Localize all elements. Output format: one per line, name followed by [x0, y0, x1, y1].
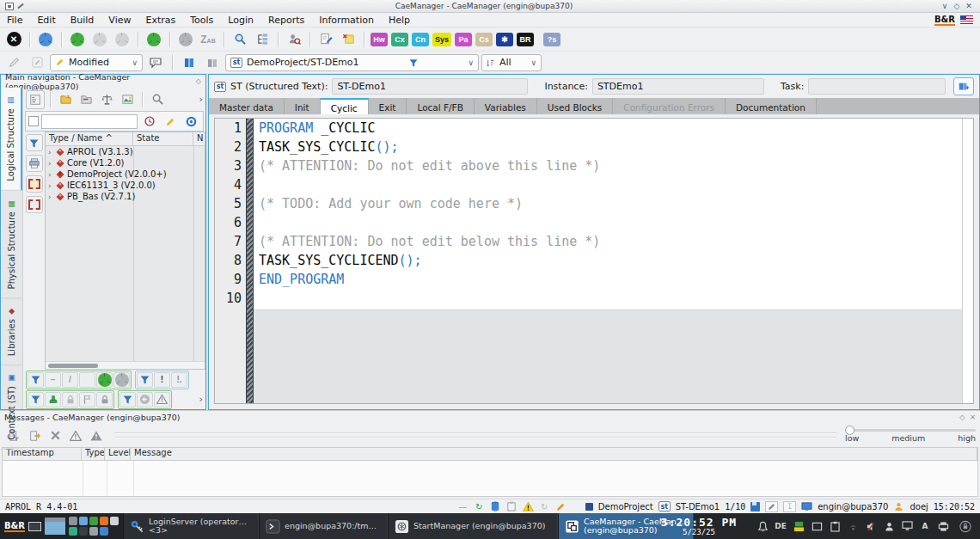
taskbar-clock[interactable]: 3:20:52 PM 5/23/25 [648, 513, 750, 539]
dock-float-button[interactable]: ◇ [959, 413, 965, 421]
folder-close-icon[interactable] [77, 90, 95, 109]
filter-overflow-button[interactable]: › [199, 394, 203, 405]
tab-variables[interactable]: Variables [475, 98, 537, 114]
tab-documentation[interactable]: Documentation [726, 98, 817, 114]
dock-close-button[interactable]: ✕ [970, 413, 976, 421]
bell-tray-icon[interactable] [756, 520, 769, 532]
launcher-icon[interactable] [79, 517, 88, 525]
rail-filter-icon[interactable] [26, 134, 43, 151]
user-tray-icon[interactable] [883, 520, 895, 532]
printer-tray-icon[interactable] [937, 520, 949, 532]
virtual-desktop-pager[interactable] [28, 522, 41, 531]
window-tray-icon[interactable] [811, 520, 823, 532]
user-search-icon[interactable] [284, 29, 304, 50]
tree-column-state[interactable]: State [133, 132, 193, 145]
history-icon[interactable] [140, 112, 159, 131]
book-gray-icon[interactable] [202, 52, 223, 73]
editor-vertical-scrollbar[interactable] [962, 119, 973, 403]
sidebar-tab-logical-structure[interactable]: Logical Structure▤ [1, 88, 22, 191]
pencil-disabled2-icon[interactable] [27, 52, 47, 73]
module-badge-pa[interactable]: Pa [455, 33, 472, 46]
instance-field[interactable] [592, 78, 764, 95]
launcher-icon[interactable] [69, 527, 77, 536]
nav-tree-icon[interactable] [26, 90, 45, 109]
tree-item-iec61131-3-v2-0-0[interactable]: ›IEC61131_3 (V2.0.0) [46, 180, 205, 191]
expander-icon[interactable]: › [48, 148, 56, 156]
module-badge-cs[interactable]: Cs [475, 33, 493, 46]
search2-icon[interactable] [148, 90, 167, 109]
module-badge-cn[interactable]: Cn [412, 33, 429, 46]
menu-help[interactable]: Help [389, 15, 410, 26]
lock-icon[interactable] [959, 520, 971, 532]
back-filter-icon[interactable] [137, 392, 153, 407]
pencil-disabled-icon[interactable] [3, 52, 24, 73]
brush-button[interactable] [765, 501, 778, 512]
lock2-filter-icon[interactable] [96, 392, 113, 407]
tree-column-type-name[interactable]: Type / Name ^ [46, 132, 133, 145]
launcher-icon[interactable] [69, 517, 77, 525]
tree-item-core-v1-2-0[interactable]: ›Core (V1.2.0) [46, 157, 205, 168]
sidebar-tab-context-st[interactable]: Context (ST)▣ [1, 365, 22, 450]
clipboard-tray-icon[interactable] [829, 520, 841, 532]
funnel-filter-icon[interactable] [119, 392, 136, 407]
minimize-button[interactable]: ∨ [939, 2, 951, 10]
stamp-filter-icon[interactable] [45, 392, 61, 407]
document-name-field[interactable] [332, 78, 528, 95]
pie-gray-icon[interactable] [175, 29, 196, 50]
module-badge-item[interactable]: ✱ [496, 33, 513, 46]
sidebar-tab-libraries[interactable]: Libraries◆ [1, 298, 22, 365]
code-editor[interactable]: 12345678910 PROGRAM _CYCLICTASK_SYS_CYCL… [214, 118, 974, 404]
pie-blue-icon[interactable] [35, 29, 56, 50]
taskbar-button-loginserver-operator-bupa370[interactable]: LoginServer (operator@bupa370)<3> [123, 513, 259, 539]
funnel-filter-icon[interactable] [28, 392, 44, 407]
close-button[interactable]: ✕ [963, 2, 975, 10]
pie-gray-filter-icon[interactable] [113, 372, 130, 388]
restore-button[interactable]: ◇ [951, 2, 963, 10]
balance-icon[interactable] [97, 90, 116, 109]
cursor-mode-button[interactable]: ⌶ [783, 501, 796, 512]
module-badge-br[interactable]: BR [517, 33, 534, 46]
menu-edit[interactable]: Edit [37, 15, 55, 26]
clipboard-icon[interactable] [506, 501, 518, 512]
message-column-type[interactable]: Type [82, 448, 105, 460]
tree-item-pb-bas-v2-7-1[interactable]: ›PB_Bas (V2.7.1) [46, 191, 205, 202]
menu-information[interactable]: Information [319, 15, 374, 26]
launcher-icon[interactable] [89, 517, 98, 525]
tree-column-n[interactable]: N [193, 132, 205, 145]
documentation-book-button[interactable] [953, 77, 974, 95]
module-badge-hw[interactable]: Hw [371, 33, 388, 46]
tree-item-aprol-v3-1-3[interactable]: ›APROL (V3.1.3) [46, 146, 205, 157]
taskbar-button-engin-bupa370-tmp-konsole[interactable]: engin@bupa370:/tmp — Konsole [259, 513, 388, 539]
trash-icon[interactable] [490, 501, 501, 512]
launcher-icon[interactable] [110, 517, 119, 525]
book-blue-icon[interactable] [179, 52, 199, 73]
menu-login[interactable]: Login [228, 15, 254, 26]
pie-green-icon[interactable] [67, 29, 88, 50]
toolbar-overflow-button[interactable]: › [199, 94, 203, 105]
status-document[interactable]: ST-DEmo1 [676, 502, 720, 511]
flag-filter-icon[interactable] [79, 392, 95, 407]
menu-extras[interactable]: Extras [145, 15, 175, 26]
module-badge-cx[interactable]: Cx [391, 33, 408, 46]
pie-dark-filter-icon[interactable] [79, 372, 95, 388]
mute-tray-icon[interactable] [865, 520, 877, 532]
de-tray-icon[interactable]: DE [775, 520, 787, 532]
warn-filled-icon[interactable] [87, 426, 106, 445]
abort-icon[interactable]: ✕ [3, 29, 24, 50]
pencil-icon[interactable] [161, 112, 180, 131]
launcher-icon[interactable] [100, 517, 108, 525]
window-preview-widget[interactable] [45, 518, 65, 535]
tab-master-data[interactable]: Master data [209, 98, 285, 114]
image-icon[interactable] [118, 90, 137, 109]
menu-build[interactable]: Build [70, 15, 95, 26]
rail-print-icon[interactable] [26, 155, 43, 172]
launcher-icon[interactable] [100, 527, 108, 536]
expander-icon[interactable]: › [48, 159, 56, 168]
search-input[interactable] [41, 114, 138, 129]
expander-icon[interactable]: › [48, 181, 56, 190]
doc-edit-icon[interactable] [315, 29, 336, 50]
warn-filter-icon[interactable] [154, 392, 170, 407]
funnel-filter-icon[interactable] [137, 372, 153, 388]
sidebar-tab-physical-structure[interactable]: Physical Structure▦ [1, 191, 22, 298]
tree-item-demoproject-v2-0-0[interactable]: ›DemoProject (V2.0.0+) [46, 168, 205, 180]
